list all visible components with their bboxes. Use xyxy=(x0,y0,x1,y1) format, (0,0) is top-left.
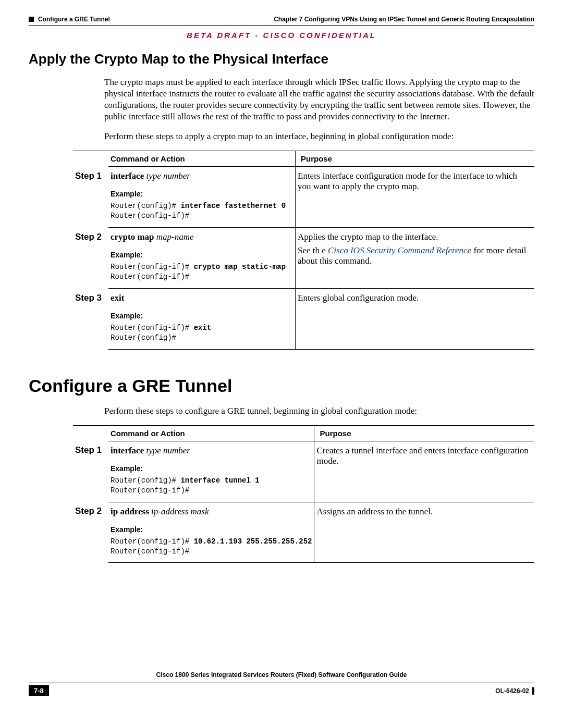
page-footer: Cisco 1800 Series Integrated Services Ro… xyxy=(29,683,534,696)
step-label: Step 2 xyxy=(73,228,108,289)
section-heading-apply-crypto: Apply the Crypto Map to the Physical Int… xyxy=(29,51,534,67)
th-purpose: Purpose xyxy=(296,151,535,167)
header-section-ref: Configure a GRE Tunnel xyxy=(38,16,110,23)
ref-link[interactable]: Cisco IOS Security Command Reference xyxy=(328,245,471,255)
code-block: Router(config-if)# 10.62.1.193 255.255.2… xyxy=(111,537,312,557)
command-table-1: Command or Action Purpose Step 1 interfa… xyxy=(73,151,534,349)
body-paragraph: Perform these steps to configure a GRE t… xyxy=(104,405,534,417)
table-row: Step 2 crypto map map-name Example: Rout… xyxy=(73,228,534,289)
purpose-cell: Enters interface configuration mode for … xyxy=(296,167,535,228)
table-row: Step 3 exit Example: Router(config-if)# … xyxy=(73,289,534,350)
code-block: Router(config)# interface tunnel 1 Route… xyxy=(111,476,312,496)
th-purpose: Purpose xyxy=(314,425,534,441)
table-row: Step 2 ip address ip-address mask Exampl… xyxy=(73,502,534,563)
step-label: Step 3 xyxy=(73,289,108,350)
page: Configure a GRE Tunnel Chapter 7 Configu… xyxy=(0,0,563,717)
step-label: Step 2 xyxy=(73,502,108,563)
code-block: Router(config-if)# exit Router(config)# xyxy=(111,323,293,343)
table-row: Step 1 interface type number Example: Ro… xyxy=(73,441,534,502)
command-table-2: Command or Action Purpose Step 1 interfa… xyxy=(73,425,534,563)
example-label: Example: xyxy=(111,251,293,259)
th-command: Command or Action xyxy=(108,425,314,441)
command-name: exit xyxy=(111,293,124,303)
footer-book-title: Cisco 1800 Series Integrated Services Ro… xyxy=(29,671,534,678)
command-arg: map-name xyxy=(154,232,194,242)
purpose-cell: Enters global configuration mode. xyxy=(296,289,535,350)
command-name: ip address xyxy=(111,507,149,516)
command-name: interface xyxy=(111,171,144,181)
page-number: 7-8 xyxy=(29,685,49,696)
header-marker-icon xyxy=(29,17,34,22)
footer-bar-icon xyxy=(532,687,534,695)
body-paragraph: The crypto maps must be applied to each … xyxy=(104,77,534,122)
purpose-cell: Creates a tunnel interface and enters in… xyxy=(314,441,534,502)
chapter-heading-configure-gre: Configure a GRE Tunnel xyxy=(29,376,534,396)
header-chapter-ref: Chapter 7 Configuring VPNs Using an IPSe… xyxy=(274,16,534,23)
code-block: Router(config-if)# crypto map static-map… xyxy=(111,262,293,282)
beta-draft-line: BETA DRAFT - CISCO CONFIDENTIAL xyxy=(29,31,534,40)
table-row: Step 1 interface type number Example: Ro… xyxy=(73,167,534,228)
example-label: Example: xyxy=(111,190,293,198)
step-label: Step 1 xyxy=(73,441,108,502)
purpose-cell: Applies the crypto map to the interface.… xyxy=(296,228,535,289)
command-name: interface xyxy=(111,446,144,455)
command-arg: type number xyxy=(144,446,190,455)
step-label: Step 1 xyxy=(73,167,108,228)
command-arg: ip-address mask xyxy=(149,507,209,516)
page-header: Configure a GRE Tunnel Chapter 7 Configu… xyxy=(29,16,534,26)
code-block: Router(config)# interface fastethernet 0… xyxy=(111,201,293,221)
example-label: Example: xyxy=(111,525,312,534)
command-name: crypto map xyxy=(111,232,154,242)
body-paragraph: Perform these steps to apply a crypto ma… xyxy=(104,131,534,142)
example-label: Example: xyxy=(111,464,312,473)
footer-doc-id: OL-6426-02 xyxy=(495,687,529,695)
example-label: Example: xyxy=(111,312,293,320)
th-command: Command or Action xyxy=(108,151,296,167)
command-arg: type number xyxy=(144,171,190,181)
purpose-cell: Assigns an address to the tunnel. xyxy=(314,502,534,563)
